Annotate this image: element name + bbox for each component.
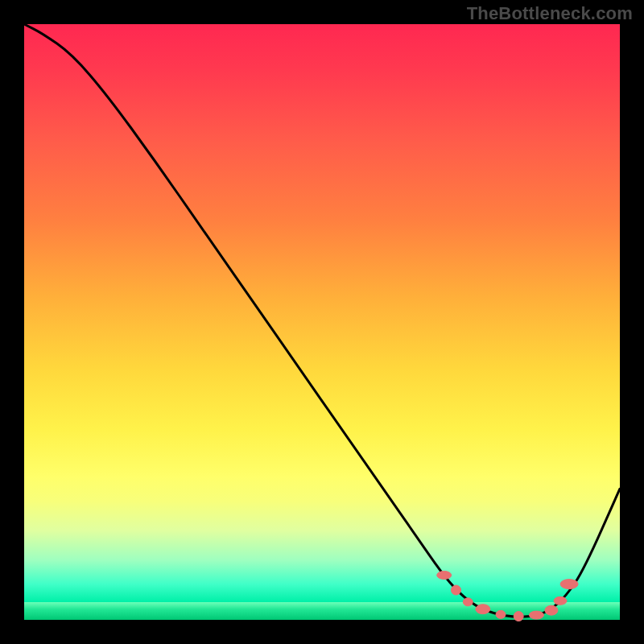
watermark-text: TheBottleneck.com	[467, 3, 633, 24]
plot-svg	[24, 24, 620, 620]
marker-dot	[437, 572, 452, 580]
marker-dot	[529, 611, 543, 619]
marker-dot	[514, 612, 523, 621]
marker-dot	[463, 598, 473, 606]
sweet-spot-markers	[437, 572, 578, 621]
chart-frame: TheBottleneck.com	[0, 0, 644, 644]
marker-dot	[560, 580, 578, 589]
marker-dot	[554, 597, 567, 605]
marker-dot	[476, 605, 490, 614]
marker-dot	[452, 585, 461, 595]
bottleneck-curve	[24, 24, 620, 617]
marker-dot	[496, 610, 506, 618]
marker-dot	[545, 605, 558, 615]
